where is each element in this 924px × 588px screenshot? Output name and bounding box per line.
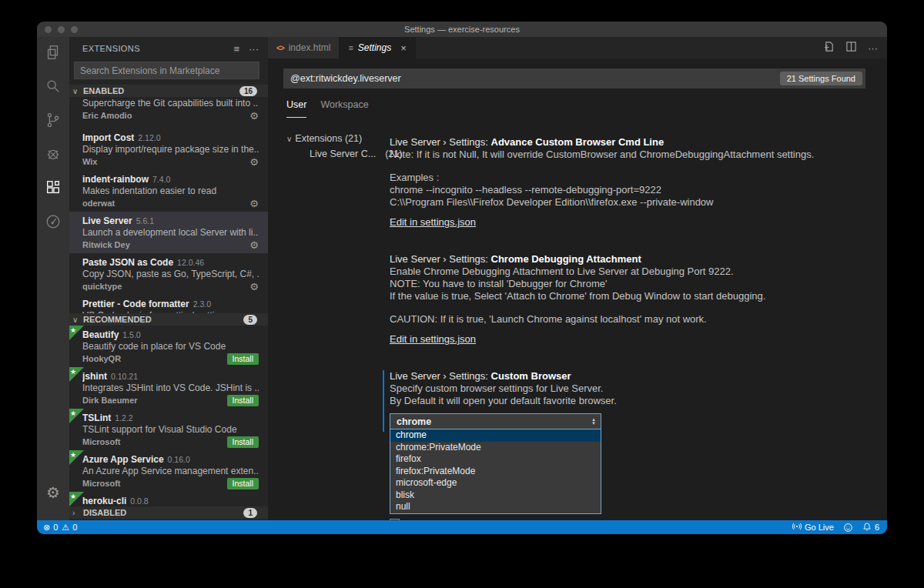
setting-description: If the value is true, Select 'Attach to … [390,290,887,302]
setting-description: C:\\Program Files\\Firefox Developer Edi… [390,196,887,209]
extension-item-heroku-cli[interactable]: ★ heroku-cli0.0.8 [69,492,268,506]
install-button[interactable]: Install [227,395,259,406]
setting-description: Enable Chrome Debugging Attachment to Li… [390,266,887,278]
select-arrows-icon: ▲▼ [591,418,596,426]
live-server-icon[interactable] [44,212,62,231]
install-button[interactable]: Install [227,353,259,365]
setting-title: Advance Custom Browser Cmd Line [491,136,665,148]
go-live-button[interactable]: Go Live [792,522,834,533]
extension-item-indent-rainbow[interactable]: indent-rainbow7.4.0 Makes indentation ea… [69,170,268,212]
extension-item-paste-json[interactable]: Paste JSON as Code12.0.46 Copy JSON, pas… [69,253,268,295]
recommended-ribbon-icon: ★ [69,367,84,382]
gear-icon[interactable]: ⚙ [249,110,259,122]
clear-extensions-filter-icon[interactable]: ≡ [233,43,239,55]
broadcast-icon [792,522,802,533]
manage-gear-icon[interactable]: ⚙ [46,483,60,502]
edit-in-settings-json-link[interactable]: Edit in settings.json [390,216,476,229]
setting-description: chrome --incognito --headless --remote-d… [390,184,887,196]
section-disabled[interactable]: › DISABLED 1 [69,506,268,519]
problems-warnings[interactable]: ⚠ 0 [62,523,77,533]
setting-advance-custom-browser-cmd-line: Live Server › Settings: Advance Custom B… [390,136,887,229]
gear-icon[interactable]: ⚙ [249,156,259,168]
custom-browser-dropdown: chrome chrome:PrivateMode firefox firefo… [390,429,601,514]
close-tab-icon[interactable]: × [400,42,407,54]
extension-item-live-server[interactable]: Live Server5.6.1 Launch a development lo… [69,212,268,253]
setting-description: Specify custom browser settings for Live… [390,383,887,395]
recommended-ribbon-icon: ★ [69,492,84,506]
chevron-down-icon: ∨ [286,135,292,143]
gear-icon[interactable]: ⚙ [249,198,259,209]
install-button[interactable]: Install [227,478,259,489]
extensions-sidebar: EXTENSIONS ≡ ··· ∨ ENABLED 16 Supercharg… [69,37,268,520]
setting-description: NOTE: You have to install 'Debugger for … [390,278,887,290]
dropdown-option[interactable]: microsoft-edge [390,477,601,489]
extension-item-prettier[interactable]: Prettier - Code formatter2.3.0 VS Code p… [69,295,268,313]
extension-item-jshint[interactable]: ★ jshint0.10.21 Integrates JSHint into V… [69,367,268,409]
toc-extensions[interactable]: ∨ Extensions (21) [286,133,390,144]
tab-index-html[interactable]: <> index.html [268,37,340,58]
checkbox[interactable] [390,519,400,521]
extensions-search-input[interactable] [74,62,259,79]
settings-search-bar[interactable]: @ext:ritwickdey.liveserver 21 Settings F… [283,68,865,89]
recommended-count-badge: 5 [243,315,257,325]
more-actions-icon[interactable]: ··· [868,42,878,54]
recommended-ribbon-icon: ★ [69,409,84,423]
minimize-window-button[interactable] [58,26,65,33]
custom-browser-select[interactable]: chrome ▲▼ [390,413,601,429]
gear-icon[interactable]: ⚙ [249,281,259,292]
section-enabled[interactable]: ∨ ENABLED 16 [69,85,268,97]
vscode-window: Settings — exercise-resources ⚙ [37,22,887,534]
bell-icon [862,522,872,533]
error-icon: ⊗ [43,523,50,533]
title-bar: Settings — exercise-resources [37,22,887,37]
recommended-ribbon-icon: ★ [69,326,84,340]
debug-icon[interactable] [44,145,62,163]
explorer-icon[interactable] [44,43,62,62]
setting-description: By Default it will open your default fav… [390,395,887,407]
toc-live-server[interactable]: Live Server C... (21) [310,149,390,159]
recommended-ribbon-icon: ★ [69,450,84,465]
traffic-lights [45,22,78,37]
close-window-button[interactable] [45,26,52,33]
extension-item-beautify[interactable]: ★ Beautify1.5.0 Beautify code in place f… [69,326,268,367]
dropdown-option[interactable]: null [390,501,601,513]
dropdown-option[interactable]: firefox [390,453,601,466]
notifications-bell[interactable]: 6 [862,522,879,533]
status-bar: ⊗ 0 ⚠ 0 Go Live 6 [37,520,887,534]
settings-found-badge: 21 Settings Found [780,72,862,85]
extension-item-gitlens[interactable]: Supercharge the Git capabilities built i… [69,97,268,129]
feedback-smiley-icon[interactable] [843,523,853,533]
scope-tab-workspace[interactable]: Workspace [320,99,368,118]
search-icon[interactable] [44,77,62,95]
html-file-icon: <> [276,44,284,52]
extension-item-azure-app-service[interactable]: ★ Azure App Service0.16.0 An Azure App S… [69,450,268,492]
chevron-down-icon: ∨ [72,316,83,324]
chevron-down-icon: ∨ [72,87,83,95]
tab-settings[interactable]: ≡ Settings × [340,37,415,58]
gear-icon[interactable]: ⚙ [249,239,259,251]
dropdown-option[interactable]: firefox:PrivateMode [390,466,601,478]
scope-tab-user[interactable]: User [286,99,306,118]
source-control-icon[interactable] [44,111,62,129]
setting-custom-browser: Live Server › Settings: Custom Browser S… [390,370,887,520]
edit-in-settings-json-link[interactable]: Edit in settings.json [390,333,476,346]
dropdown-option[interactable]: chrome [390,429,601,442]
extension-item-tslint[interactable]: ★ TSLint1.2.2 TSLint support for Visual … [69,409,268,450]
extensions-icon[interactable] [44,179,62,197]
zoom-window-button[interactable] [71,26,78,33]
split-editor-icon[interactable] [845,41,857,55]
problems-errors[interactable]: ⊗ 0 [43,523,58,533]
extension-item-import-cost[interactable]: Import Cost2.12.0 Display import/require… [69,129,268,170]
enabled-count-badge: 16 [239,86,257,96]
dropdown-option[interactable]: blisk [390,489,601,502]
more-actions-icon[interactable]: ··· [249,43,259,55]
settings-search-query[interactable]: @ext:ritwickdey.liveserver [290,73,780,84]
setting-title-prefix: Live Server › Settings: [390,253,491,265]
editor-tab-bar: <> index.html ≡ Settings × ··· [268,37,887,58]
section-recommended[interactable]: ∨ RECOMMENDED 5 [69,313,268,326]
setting-title: Custom Browser [491,370,571,382]
open-changes-icon[interactable] [823,41,835,55]
install-button[interactable]: Install [227,436,259,448]
setting-chrome-debugging-attachment: Live Server › Settings: Chrome Debugging… [390,253,887,346]
dropdown-option[interactable]: chrome:PrivateMode [390,442,601,454]
